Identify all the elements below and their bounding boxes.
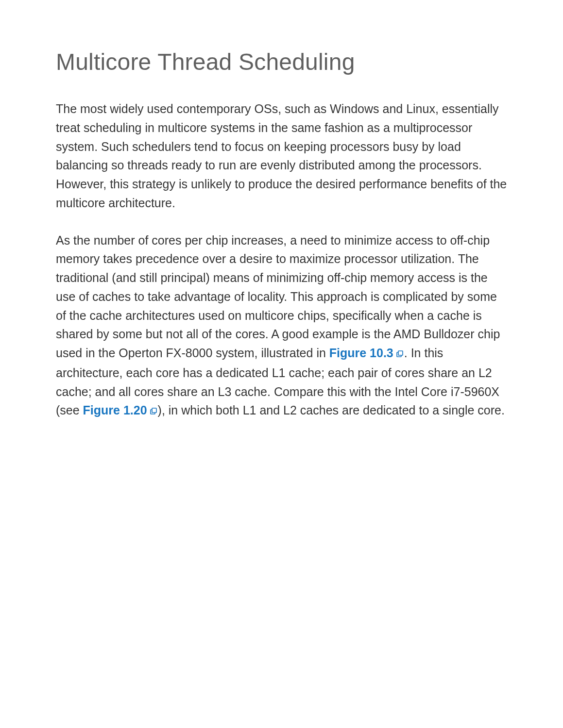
page-title: Multicore Thread Scheduling: [56, 49, 507, 75]
document-page: Multicore Thread Scheduling The most wid…: [0, 0, 563, 421]
popup-icon: [395, 345, 404, 364]
paragraph-2-part-1: As the number of cores per chip increase…: [56, 233, 500, 360]
paragraph-2: As the number of cores per chip increase…: [56, 231, 507, 421]
popup-icon: [149, 402, 158, 421]
svg-rect-1: [398, 351, 403, 355]
figure-1-20-link-text: Figure 1.20: [83, 403, 147, 417]
paragraph-1: The most widely used contemporary OSs, s…: [56, 99, 507, 213]
svg-rect-3: [152, 408, 156, 413]
figure-10-3-link-text: Figure 10.3: [329, 346, 393, 360]
paragraph-2-part-3: ), in which both L1 and L2 caches are de…: [158, 403, 505, 417]
figure-10-3-link[interactable]: Figure 10.3: [329, 346, 404, 360]
figure-1-20-link[interactable]: Figure 1.20: [83, 403, 158, 417]
